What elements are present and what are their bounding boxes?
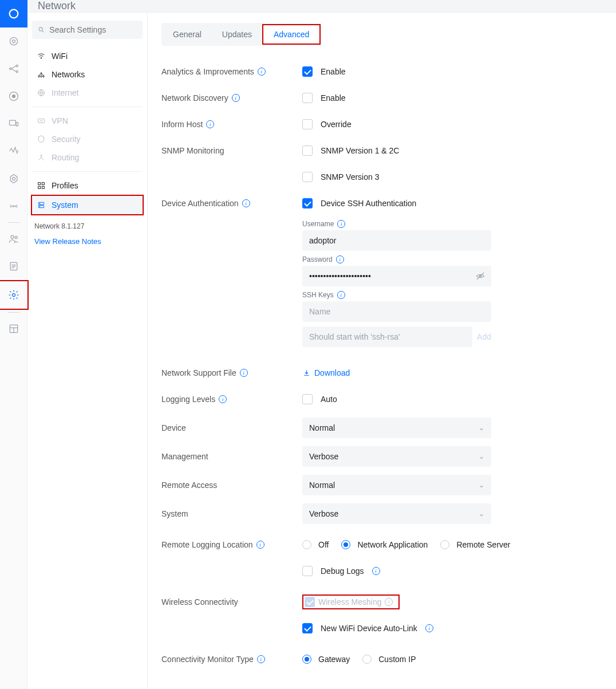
checkbox-label: Debug Logs [321, 566, 364, 576]
checkbox-label: Device SSH Authentication [321, 199, 416, 208]
label-system-level: System [161, 509, 302, 518]
svg-point-7 [12, 95, 15, 98]
checkbox-label: New WiFi Device Auto-Link [321, 624, 417, 633]
info-icon[interactable]: i [206, 120, 214, 128]
tab-advanced[interactable]: Advanced [263, 25, 319, 44]
select-device-level[interactable]: Normal⌄ [302, 418, 491, 438]
checkbox-analytics-enable[interactable] [302, 66, 313, 77]
checkbox-snmp-v3[interactable] [302, 172, 313, 182]
radio-gateway[interactable] [302, 655, 311, 664]
radio-off[interactable] [302, 540, 311, 549]
rail-devices-icon[interactable] [0, 82, 27, 110]
rail-apps-icon[interactable] [0, 165, 27, 192]
rail-radio-icon[interactable] [0, 192, 27, 220]
label-device-auth: Device Authenticationi [161, 199, 302, 208]
checkbox-discovery-enable[interactable] [302, 93, 313, 103]
app-logo[interactable] [0, 0, 27, 27]
ssh-add-button[interactable]: Add [477, 332, 491, 341]
ssh-key-name-input[interactable] [302, 301, 491, 322]
tab-updates[interactable]: Updates [212, 25, 262, 44]
svg-point-31 [40, 206, 40, 207]
info-icon[interactable]: i [337, 291, 345, 299]
sidebar-item-wifi[interactable]: WiFi [32, 47, 143, 65]
info-icon[interactable]: i [240, 369, 248, 377]
label-inform-host: Inform Hosti [161, 120, 302, 129]
label-logging-levels: Logging Levelsi [161, 395, 302, 404]
select-management-level[interactable]: Verbose⌄ [302, 446, 491, 467]
info-icon[interactable]: i [425, 624, 433, 632]
rail-logs-icon[interactable] [0, 253, 27, 280]
rail-topology-icon[interactable] [0, 55, 27, 82]
rail-settings-icon[interactable] [0, 281, 27, 309]
sidebar-label: Networks [52, 70, 85, 79]
search-box[interactable] [32, 21, 143, 39]
label-remote-logging: Remote Logging Locationi [161, 540, 302, 549]
info-icon[interactable]: i [232, 94, 240, 102]
shield-icon [37, 135, 46, 144]
checkbox-label: Enable [321, 67, 346, 76]
main-panel: General Updates Advanced Analytics & Imp… [148, 13, 616, 689]
label-wireless-connectivity: Wireless Connectivity [161, 597, 302, 607]
eye-icon[interactable] [475, 271, 485, 283]
username-input[interactable] [302, 230, 491, 251]
radio-network-application[interactable] [341, 540, 350, 549]
checkbox-logging-auto[interactable] [302, 394, 313, 404]
svg-point-12 [11, 235, 14, 238]
checkbox-snmp-v1v2[interactable] [302, 145, 313, 156]
radio-label: Custom IP [378, 655, 416, 664]
password-input[interactable] [302, 266, 491, 286]
rail-separator [8, 222, 19, 223]
svg-point-0 [9, 10, 18, 18]
radio-label: Remote Server [456, 540, 510, 549]
rail-clients-icon[interactable] [0, 110, 27, 137]
sidebar-item-system[interactable]: System [32, 196, 143, 214]
rail-separator [8, 312, 19, 313]
chevron-down-icon: ⌄ [479, 424, 484, 432]
radio-remote-server[interactable] [440, 540, 449, 549]
sidebar-item-routing[interactable]: Routing [32, 148, 143, 167]
chevron-down-icon: ⌄ [479, 510, 484, 518]
info-icon[interactable]: i [385, 598, 393, 606]
svg-rect-24 [38, 183, 41, 185]
select-system-level[interactable]: Verbose⌄ [302, 503, 491, 524]
info-icon[interactable]: i [372, 567, 380, 575]
sidebar-item-profiles[interactable]: Profiles [32, 176, 143, 195]
release-notes-link[interactable]: View Release Notes [32, 233, 143, 250]
radio-label: Off [318, 540, 329, 549]
rail-dashboard-icon[interactable] [0, 27, 27, 55]
checkbox-debug-logs[interactable] [302, 566, 313, 576]
select-remote-access-level[interactable]: Normal⌄ [302, 475, 491, 495]
rail-stats-icon[interactable] [0, 137, 27, 165]
chevron-down-icon: ⌄ [479, 452, 484, 460]
info-icon[interactable]: i [258, 68, 266, 76]
svg-rect-9 [16, 123, 18, 127]
tab-general[interactable]: General [163, 25, 212, 44]
info-icon[interactable]: i [336, 255, 344, 263]
rail-users-icon[interactable] [0, 225, 27, 253]
search-input[interactable] [49, 25, 137, 34]
label-network-discovery: Network Discoveryi [161, 93, 302, 103]
info-icon[interactable]: i [219, 395, 227, 403]
info-icon[interactable]: i [256, 541, 264, 549]
svg-point-3 [9, 68, 11, 69]
sidebar-item-networks[interactable]: Networks [32, 65, 143, 84]
checkbox-autolink[interactable] [302, 623, 313, 633]
ssh-key-value-input[interactable] [302, 326, 472, 347]
download-link[interactable]: Download [302, 368, 350, 377]
sidebar-item-vpn[interactable]: VPN [32, 112, 143, 130]
label-username: Usernamei [302, 220, 602, 228]
info-icon[interactable]: i [257, 655, 265, 663]
radio-custom-ip[interactable] [362, 655, 372, 664]
rail-layout-icon[interactable] [0, 315, 27, 342]
svg-rect-8 [9, 120, 15, 125]
radio-label: Network Application [357, 540, 428, 549]
info-icon[interactable]: i [242, 199, 250, 207]
info-icon[interactable]: i [337, 220, 345, 228]
checkbox-device-ssh-auth[interactable] [302, 198, 313, 208]
svg-point-11 [13, 206, 14, 207]
sidebar-item-internet[interactable]: Internet [32, 84, 143, 102]
sidebar-item-security[interactable]: Security [32, 130, 143, 148]
svg-point-15 [12, 294, 15, 297]
checkbox-inform-override[interactable] [302, 119, 313, 129]
checkbox-wireless-meshing [305, 597, 315, 607]
